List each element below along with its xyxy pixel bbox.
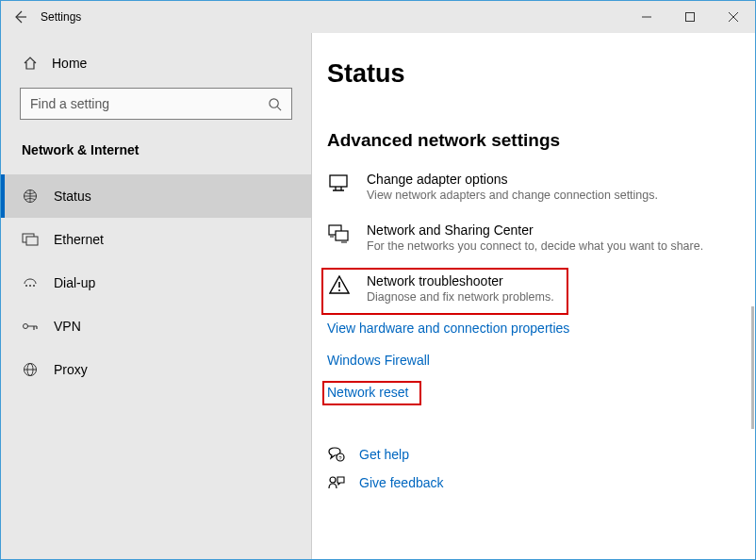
search-placeholder: Find a setting [30, 96, 268, 111]
sidebar-nav: Status Ethernet Dial-up VPN [1, 174, 311, 391]
sidebar-item-proxy[interactable]: Proxy [1, 348, 311, 391]
sidebar-item-label: VPN [54, 319, 81, 334]
search-input[interactable]: Find a setting [20, 88, 292, 120]
link-label: Get help [359, 447, 409, 462]
help-icon: ? [327, 447, 346, 462]
maximize-icon [685, 12, 695, 22]
svg-rect-0 [686, 13, 695, 22]
adapter-icon [327, 172, 352, 194]
option-sharing-center[interactable]: Network and Sharing Center For the netwo… [327, 222, 755, 253]
svg-point-6 [29, 285, 31, 287]
help-links: ? Get help Give feedback [327, 447, 755, 490]
window-controls [625, 1, 755, 33]
minimize-icon [642, 12, 651, 22]
option-adapter[interactable]: Change adapter options View network adap… [327, 172, 755, 202]
sidebar-item-label: Status [54, 189, 91, 204]
link-view-hardware[interactable]: View hardware and connection properties [327, 321, 755, 336]
titlebar: Settings [1, 1, 755, 33]
option-desc: View network adapters and change connect… [367, 189, 658, 202]
link-get-help[interactable]: ? Get help [327, 447, 755, 462]
svg-rect-13 [336, 231, 348, 240]
option-title: Network and Sharing Center [367, 222, 703, 238]
option-desc: Diagnose and fix network problems. [367, 290, 554, 304]
feedback-icon [327, 475, 346, 490]
link-label: Give feedback [359, 475, 444, 490]
sidebar-item-vpn[interactable]: VPN [1, 305, 311, 348]
link-network-reset[interactable]: Network reset [327, 385, 408, 400]
sidebar-home[interactable]: Home [1, 50, 311, 88]
link-give-feedback[interactable]: Give feedback [327, 475, 755, 490]
maximize-button[interactable] [668, 1, 712, 33]
search-icon [268, 97, 282, 111]
status-icon [22, 189, 39, 204]
option-title: Change adapter options [367, 172, 658, 187]
option-desc: For the networks you connect to, decide … [367, 239, 703, 253]
sidebar-item-label: Proxy [54, 362, 88, 377]
sharing-center-icon [327, 222, 352, 245]
svg-point-17 [330, 477, 336, 483]
option-troubleshooter[interactable]: Network troubleshooter Diagnose and fix … [327, 273, 554, 304]
svg-rect-4 [26, 237, 38, 245]
svg-rect-11 [330, 175, 347, 187]
sidebar-item-label: Ethernet [54, 232, 104, 247]
svg-point-7 [33, 285, 35, 287]
minimize-button[interactable] [625, 1, 668, 33]
vpn-icon [22, 321, 39, 332]
sidebar-item-status[interactable]: Status [1, 174, 311, 218]
section-heading: Advanced network settings [327, 130, 755, 151]
page-title: Status [327, 59, 755, 89]
back-button[interactable] [1, 1, 39, 33]
svg-point-5 [25, 285, 27, 287]
sidebar-section-label: Network & Internet [1, 137, 311, 174]
svg-point-8 [24, 324, 28, 329]
home-icon [22, 56, 39, 71]
sidebar: Home Find a setting Network & Internet S… [1, 33, 312, 559]
sidebar-home-label: Home [52, 56, 87, 71]
ethernet-icon [22, 233, 39, 246]
close-icon [729, 12, 738, 22]
proxy-icon [22, 362, 39, 377]
sidebar-item-ethernet[interactable]: Ethernet [1, 218, 311, 261]
scrollbar-thumb[interactable] [751, 306, 754, 429]
troubleshooter-icon [327, 273, 352, 294]
sidebar-item-dialup[interactable]: Dial-up [1, 261, 311, 305]
sidebar-item-label: Dial-up [54, 275, 95, 290]
option-title: Network troubleshooter [367, 273, 554, 288]
back-arrow-icon [12, 9, 27, 25]
svg-point-14 [338, 289, 340, 291]
close-button[interactable] [712, 1, 755, 33]
svg-point-1 [270, 98, 278, 107]
window-title: Settings [39, 10, 625, 24]
content-area: Status Advanced network settings Change … [312, 33, 755, 559]
link-firewall[interactable]: Windows Firewall [327, 353, 755, 368]
dialup-icon [22, 276, 39, 289]
